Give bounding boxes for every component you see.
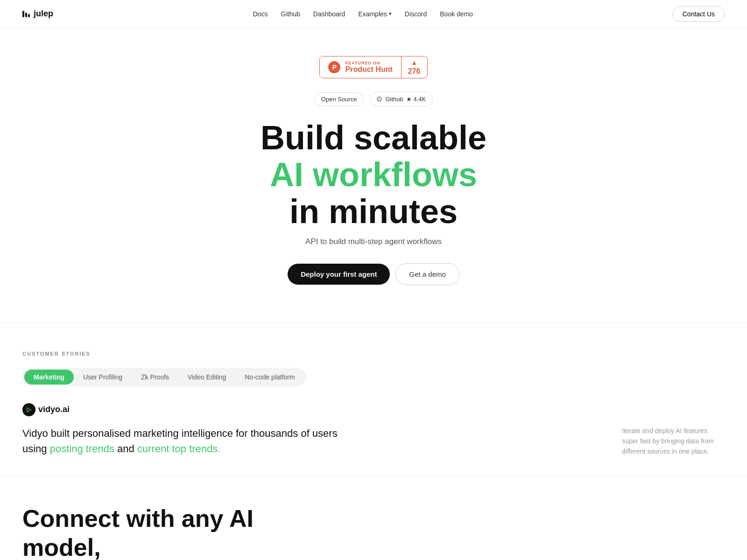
tab-user-profiling[interactable]: User Profiling (74, 370, 132, 385)
logo[interactable]: julep (22, 9, 53, 19)
tab-video-editing[interactable]: Video Editing (178, 370, 235, 385)
github-stars: ★ 4.4K (406, 96, 426, 103)
navbar: julep Docs Github Dashboard Examples Dis… (0, 0, 747, 28)
nav-book-demo[interactable]: Book demo (440, 10, 473, 18)
story-logo-text: vidyo.ai (38, 405, 70, 414)
story-middle: and (114, 443, 137, 455)
ph-left: P FEATURED ON Product Hunt (320, 56, 401, 78)
tab-zk-proofs[interactable]: Zk Proofs (132, 370, 178, 385)
connect-title: Connect with any AI model, API or data s… (22, 504, 256, 560)
story-aside: Iterate and deploy AI features super fas… (622, 426, 725, 457)
hero-actions: Deploy your first agent Get a demo (288, 263, 459, 285)
ph-icon: P (328, 61, 340, 73)
hero-section: P FEATURED ON Product Hunt ▲ 276 Open So… (0, 28, 747, 323)
customer-stories-section: CUSTOMER STORIES Marketing User Profilin… (0, 323, 747, 476)
hero-subtitle: API to build multi-step agent workflows (305, 237, 442, 246)
nav-links: Docs Github Dashboard Examples Discord B… (253, 10, 473, 18)
deploy-agent-button[interactable]: Deploy your first agent (288, 264, 390, 285)
hero-title-line1: Build scalable (261, 119, 486, 156)
story-tabs: Marketing User Profiling Zk Proofs Video… (22, 368, 306, 386)
story-link-1[interactable]: posting trends (50, 443, 114, 455)
nav-discord[interactable]: Discord (405, 10, 427, 18)
story-aside-text: Iterate and deploy AI features super fas… (622, 426, 725, 457)
connect-title-line1: Connect with any AI model, (22, 505, 254, 560)
story-text: Vidyo built personalised marketing intel… (22, 426, 340, 456)
nav-docs[interactable]: Docs (253, 10, 268, 18)
section-label: CUSTOMER STORIES (22, 351, 725, 357)
nav-dashboard[interactable]: Dashboard (313, 10, 345, 18)
ph-featured-text: FEATURED ON (345, 61, 392, 65)
ph-text-block: FEATURED ON Product Hunt (345, 61, 392, 74)
product-hunt-badge[interactable]: P FEATURED ON Product Hunt ▲ 276 (319, 56, 427, 78)
hero-title-line2: AI workflows (261, 156, 486, 193)
ph-right: ▲ 276 (402, 59, 427, 76)
story-link-2[interactable]: current top trends. (137, 443, 221, 455)
tab-no-code[interactable]: No-code platform (235, 370, 304, 385)
logo-bar-1 (22, 11, 24, 17)
github-icon: ⊙ (376, 95, 382, 103)
story-logo: vidyo.ai (22, 403, 725, 416)
nav-examples[interactable]: Examples (358, 10, 391, 18)
story-content: Vidyo built personalised marketing intel… (22, 426, 725, 457)
github-label: Github (385, 96, 403, 103)
logo-bar-2 (25, 13, 27, 17)
ph-arrow-icon: ▲ (411, 59, 417, 66)
hero-badges: Open Source ⊙ Github ★ 4.4K (314, 91, 433, 106)
logo-icon (22, 11, 30, 17)
hero-title: Build scalable AI workflows in minutes (261, 119, 486, 231)
open-source-badge: Open Source (314, 92, 364, 106)
logo-bar-3 (28, 14, 30, 17)
logo-text: julep (34, 9, 53, 19)
nav-github[interactable]: Github (281, 10, 300, 18)
tab-marketing[interactable]: Marketing (24, 370, 74, 385)
vidyo-icon (22, 403, 35, 416)
contact-us-button[interactable]: Contact Us (673, 6, 725, 22)
get-demo-button[interactable]: Get a demo (395, 263, 459, 285)
story-main: Vidyo built personalised marketing intel… (22, 426, 340, 456)
github-badge[interactable]: ⊙ Github ★ 4.4K (369, 91, 433, 106)
connect-section: Connect with any AI model, API or data s… (0, 476, 747, 560)
ph-count: 276 (408, 67, 421, 76)
hero-title-line3: in minutes (261, 193, 486, 230)
ph-product-hunt-name: Product Hunt (345, 65, 392, 74)
open-source-label: Open Source (321, 96, 357, 103)
